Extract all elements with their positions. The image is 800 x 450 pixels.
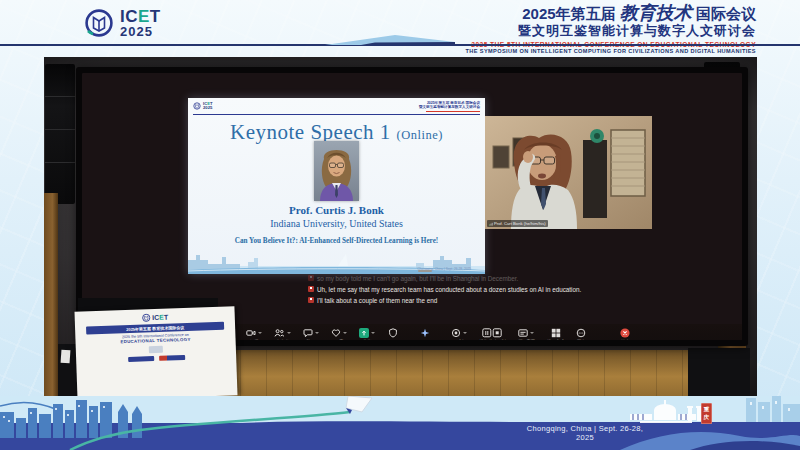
page: ICET 2025 2025年第五届 教育技术 国际会议 暨文明互鉴智能计算与数… bbox=[0, 0, 800, 450]
slide-title-cn-2: 暨文明互鉴智能计算与数字人文研讨会 bbox=[419, 105, 480, 109]
speaker-portrait bbox=[314, 141, 359, 201]
speaker-name: Prof. Curtis J. Bonk bbox=[188, 204, 485, 216]
podium-sponsor-logos bbox=[76, 353, 236, 364]
pause-stop-icons bbox=[482, 328, 502, 338]
heart-icon bbox=[331, 328, 341, 338]
floor-speaker-right bbox=[688, 348, 750, 398]
participants-icon bbox=[274, 328, 285, 338]
video-button[interactable]: 视频 bbox=[246, 327, 262, 340]
podium-logo-icon bbox=[141, 313, 150, 322]
reactions-button[interactable]: 回应 bbox=[331, 327, 347, 340]
slide-header-titles: 2025年第五届 教育技术 国际会议 暨文明互鉴智能计算与数字人文研讨会 bbox=[419, 101, 480, 112]
line-array-speaker-left bbox=[45, 64, 75, 204]
keynote-slide: ICET2025 2025年第五届 教育技术 国际会议 暨文明互鉴智能计算与数字… bbox=[188, 98, 485, 274]
conference-room-photo: ICET2025 2025年第五届 教育技术 国际会议 暨文明互鉴智能计算与数字… bbox=[44, 57, 757, 398]
slide-logo: ICET2025 bbox=[193, 101, 213, 112]
layout-button[interactable]: 排列方式 bbox=[547, 327, 564, 340]
online-tag: (Online) bbox=[397, 128, 443, 142]
icet-logo: ICET 2025 bbox=[84, 8, 161, 38]
pause-stop-recording-button[interactable]: 暂停/停止录制 bbox=[479, 327, 506, 340]
mic-level-icon bbox=[489, 222, 493, 226]
speaker-video-feed: Prof. Curt Bonk (he/him/his) bbox=[485, 116, 652, 229]
sparkle-icon bbox=[420, 328, 430, 338]
record-button[interactable]: 录制 bbox=[451, 327, 467, 340]
end-meeting-button[interactable]: 结束 bbox=[620, 327, 630, 340]
end-icon bbox=[620, 328, 630, 338]
slide-red-bar bbox=[426, 111, 480, 112]
camera-icon bbox=[246, 328, 256, 338]
conference-titles: 2025年第五届 教育技术 国际会议 暨文明互鉴智能计算与数字人文研讨会 202… bbox=[465, 3, 756, 55]
conference-title-cn-1: 2025年第五届 教育技术 国际会议 bbox=[465, 3, 756, 24]
slide-logo-text: ICET2025 bbox=[203, 102, 213, 110]
logo-brand: ICET bbox=[120, 8, 161, 25]
captions-icon bbox=[518, 328, 528, 338]
ai-companion-button[interactable]: AI Companion bbox=[412, 327, 439, 340]
slide-logo-icon bbox=[193, 102, 201, 110]
caption-line: Uh, let me say that my research team has… bbox=[308, 285, 708, 294]
record-icon bbox=[451, 328, 461, 338]
more-button[interactable]: 更多 bbox=[576, 327, 586, 340]
talk-title: Can You Believe It?: AI-Enhanced Self-Di… bbox=[188, 237, 485, 245]
white-card bbox=[61, 350, 71, 364]
podium-logo-text: ICET bbox=[152, 314, 168, 322]
speaker-affiliation: Indiana University, United States bbox=[188, 218, 485, 229]
share-screen-button[interactable]: 共享 bbox=[359, 327, 375, 340]
shield-icon bbox=[388, 328, 398, 338]
video-name-label: Prof. Curt Bonk (he/him/his) bbox=[487, 220, 548, 227]
translated-captions-button[interactable]: 翻译字幕 bbox=[518, 327, 535, 340]
caption-avatar-icon bbox=[308, 297, 314, 303]
speaker-video-art bbox=[485, 116, 652, 229]
caption-line: so my body told me I can't go again, but… bbox=[308, 274, 708, 283]
sponsor-logo bbox=[128, 356, 154, 362]
header-swoosh bbox=[325, 33, 455, 46]
conference-title-en-2: THE SYMPOSIUM ON INTELLIGENT COMPUTING F… bbox=[465, 48, 756, 54]
share-screen-icon bbox=[359, 328, 369, 338]
chongqing-seal: 重庆 bbox=[701, 403, 712, 424]
caption-avatar-icon bbox=[308, 275, 314, 281]
conference-title-cn-2: 暨文明互鉴智能计算与数字人文研讨会 bbox=[465, 24, 756, 39]
podium-panel: ICET 2025年第五届 教育技术国际会议 2025 the 5th Inte… bbox=[74, 306, 237, 398]
podium-small-logo bbox=[149, 346, 163, 353]
wood-pillar-left bbox=[44, 193, 58, 398]
footer-location-date: Chongqing, China | Sept. 26-28, 2025 bbox=[520, 424, 650, 442]
icet-logo-icon bbox=[84, 8, 114, 38]
caption-avatar-icon bbox=[308, 286, 314, 292]
caption-line: I'll talk about a couple of them near th… bbox=[308, 296, 708, 305]
slide-header: ICET2025 2025年第五届 教育技术 国际会议 暨文明互鉴智能计算与数字… bbox=[193, 101, 480, 115]
sponsor-logo bbox=[159, 355, 185, 361]
footer-band-art bbox=[0, 396, 800, 450]
captions-drag-handle[interactable] bbox=[418, 270, 432, 272]
ai-tools-button[interactable]: AI工具 bbox=[387, 327, 400, 340]
participants-button[interactable]: 参会者 bbox=[274, 327, 291, 340]
chat-icon bbox=[303, 328, 313, 338]
logo-year: 2025 bbox=[120, 25, 161, 38]
layout-grid-icon bbox=[551, 328, 561, 338]
more-icon bbox=[576, 328, 586, 338]
live-captions: so my body told me I can't go again, but… bbox=[308, 274, 708, 305]
chat-button[interactable]: 聊天 bbox=[303, 327, 319, 340]
